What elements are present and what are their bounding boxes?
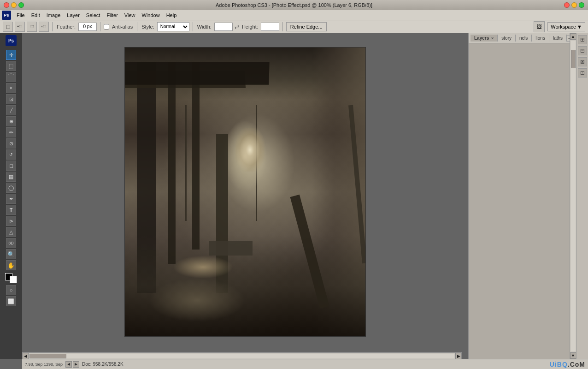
scroll-track-v [571, 41, 576, 351]
refine-edge-button[interactable]: Refine Edge... [286, 22, 327, 31]
pen-icon[interactable]: ✒ [6, 194, 16, 204]
height-input[interactable] [261, 23, 279, 31]
floor-highlight [173, 256, 233, 279]
zoom-icon[interactable]: 🔍 [6, 249, 16, 259]
tab-layers[interactable]: Layers × [470, 35, 498, 42]
pillar-2 [168, 62, 176, 264]
tab-channels[interactable]: nels [516, 35, 532, 42]
scroll-thumb-h[interactable] [29, 354, 66, 358]
close-layers-tab[interactable]: × [491, 36, 494, 41]
panel-window-controls: — □ × [567, 35, 570, 42]
right-scrollbar[interactable]: ▲ ▼ [570, 33, 576, 359]
anti-alias-checkbox[interactable] [104, 24, 109, 30]
nav-next-btn[interactable]: ▶ [73, 361, 79, 368]
menu-edit[interactable]: Edit [29, 12, 43, 19]
scroll-right-btn[interactable]: ▶ [455, 353, 462, 359]
panel-icon-2[interactable]: ⊟ [578, 46, 587, 55]
shape-icon[interactable]: △ [6, 227, 16, 237]
workspace-button[interactable]: Workspace ▼ [547, 22, 585, 31]
background-color[interactable] [10, 276, 17, 283]
minimize-button-left[interactable] [11, 2, 17, 8]
menu-image[interactable]: Image [44, 12, 64, 19]
quick-mask-icon[interactable]: ○ [6, 285, 16, 295]
workspace-icon[interactable]: 🖼 [534, 21, 545, 32]
panel-body [469, 43, 570, 359]
close-button-right[interactable] [564, 2, 570, 8]
eraser-icon[interactable]: ◻ [6, 161, 16, 171]
status-doc-info: Doc: 958.2K/958.2K [82, 362, 123, 367]
workspace-dropdown-icon: ▼ [577, 24, 582, 30]
minimize-button-right[interactable] [571, 2, 577, 8]
3d-icon[interactable]: 3D [6, 238, 16, 248]
add-marquee-btn[interactable]: +⬚ [15, 22, 25, 32]
app-title: Adobe Photoshop CS3 - [Photo Effect.psd … [24, 2, 564, 8]
clone-tool-icon[interactable]: ⊙ [6, 138, 16, 149]
window-controls-right[interactable] [564, 2, 584, 8]
eyedropper-icon[interactable]: ╱ [6, 105, 16, 115]
maximize-button-right[interactable] [579, 2, 584, 8]
nav-prev-btn[interactable]: ◀ [65, 361, 72, 368]
window-controls-left[interactable] [4, 2, 24, 8]
text-icon[interactable]: T [6, 205, 16, 215]
dodge-icon[interactable]: ◯ [6, 183, 16, 193]
debris [149, 279, 245, 322]
gradient-icon[interactable]: ▦ [6, 172, 16, 182]
menu-select[interactable]: Select [83, 12, 103, 19]
canvas-image[interactable] [124, 47, 366, 337]
scroll-down-btn[interactable]: ▼ [570, 352, 576, 359]
selection-icon[interactable]: ⊳ [6, 216, 16, 226]
menu-help[interactable]: Help [164, 12, 180, 19]
magic-wand-icon[interactable]: ✦ [6, 83, 16, 93]
uibq-watermark: UiBQ.CoM [550, 361, 585, 368]
style-select[interactable]: Normal Fixed Ratio Fixed Size [157, 22, 189, 31]
ps-logo-sidebar: Ps [6, 35, 17, 46]
menu-file[interactable]: File [14, 12, 28, 19]
menu-filter[interactable]: Filter [104, 12, 120, 19]
marquee-tool-icon[interactable]: ⬚ [6, 61, 16, 71]
separator-3 [137, 22, 137, 31]
lasso-tool-icon[interactable]: ⌒ [6, 72, 16, 82]
status-nav[interactable]: ◀ ▶ [65, 361, 79, 368]
heal-tool-icon[interactable]: ⊕ [6, 116, 16, 126]
style-label: Style: [141, 24, 154, 30]
scroll-up-btn[interactable]: ▲ [570, 33, 576, 40]
intersect-marquee-btn[interactable]: ×⬚ [39, 22, 49, 32]
crop-tool-icon[interactable]: ⊡ [6, 94, 16, 104]
separator-1 [52, 22, 53, 31]
panel-icon-1[interactable]: ⊞ [578, 35, 587, 44]
pillar-3 [192, 62, 200, 250]
maximize-button-left[interactable] [18, 2, 24, 8]
menu-view[interactable]: View [122, 12, 138, 19]
panel-minimize-btn[interactable]: — [567, 35, 570, 42]
tab-paths[interactable]: laths [549, 35, 567, 42]
status-bar: 7.98, Sep 1298, Sep ◀ ▶ Doc: 958.2K/958.… [22, 359, 588, 369]
tab-actions[interactable]: lions [532, 35, 549, 42]
move-tool-icon[interactable]: ✛ [6, 50, 16, 60]
scroll-left-btn[interactable]: ◀ [22, 353, 29, 359]
brush-tool-icon[interactable]: ✏ [6, 127, 16, 137]
width-input[interactable] [214, 23, 233, 31]
swap-dimensions-btn[interactable]: ⇄ [235, 24, 239, 30]
tab-history[interactable]: story [498, 35, 516, 42]
options-toolbar: ⬚ +⬚ -⬚ ×⬚ Feather: Anti-alias Style: No… [0, 20, 588, 33]
status-left: 7.98, Sep 1298, Sep ◀ ▶ Doc: 958.2K/958.… [25, 361, 123, 368]
panel-icon-4[interactable]: ⊡ [578, 68, 587, 77]
horizontal-scrollbar[interactable]: ◀ ▶ [22, 352, 462, 359]
bright-window [235, 128, 265, 172]
scroll-thumb-v[interactable] [571, 50, 576, 68]
canvas-wrapper [124, 47, 366, 337]
far-right-panel: ⊞ ⊟ ⊠ ⊡ [576, 33, 588, 359]
left-tool-panel: Ps ✛ ⬚ ⌒ ✦ ⊡ ╱ ⊕ ✏ ⊙ ↺ ◻ ▦ ◯ ✒ T ⊳ △ 3D … [0, 33, 22, 359]
close-button-left[interactable] [4, 2, 9, 8]
feather-input[interactable] [78, 23, 97, 31]
screen-mode-icon[interactable]: ⬜ [6, 296, 16, 306]
hand-icon[interactable]: ✋ [6, 260, 16, 270]
history-brush-icon[interactable]: ↺ [6, 149, 16, 160]
menu-window[interactable]: Window [139, 12, 163, 19]
color-swatches[interactable] [5, 273, 17, 283]
photo-background [125, 48, 365, 336]
remove-marquee-btn[interactable]: -⬚ [27, 22, 37, 32]
panel-icon-3[interactable]: ⊠ [578, 57, 587, 66]
menu-layer[interactable]: Layer [64, 12, 82, 19]
rect-marquee-btn[interactable]: ⬚ [3, 22, 13, 32]
